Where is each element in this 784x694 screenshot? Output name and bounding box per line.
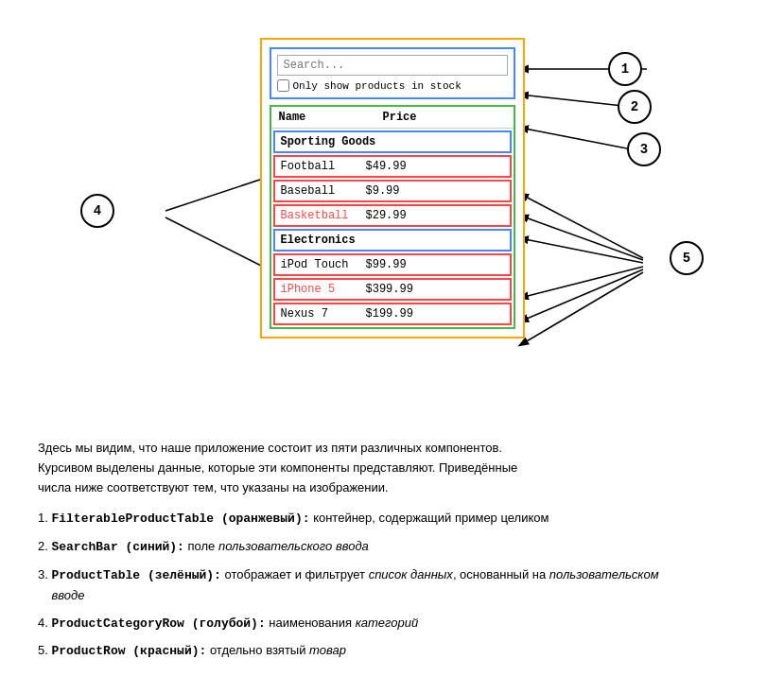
product-table: Name Price Sporting Goods Football $49.9… — [270, 105, 515, 329]
in-stock-checkbox[interactable] — [277, 79, 289, 92]
svg-line-4 — [166, 217, 274, 272]
circle-1: 1 — [608, 52, 642, 86]
code-3: ProductTable (зелёный): — [51, 568, 220, 582]
description: Здесь мы видим, что наше приложение сост… — [19, 439, 765, 662]
code-1: FilterableProductTable (оранжевый): — [51, 512, 309, 526]
svg-line-2 — [520, 128, 632, 149]
svg-line-8 — [520, 267, 643, 298]
list-item-3: 3. ProductTable (зелёный): отображает и … — [38, 565, 746, 606]
circle-5: 5 — [670, 241, 704, 275]
italic-3a: список данных — [369, 567, 453, 581]
product-row-ipod: iPod Touch $99.99 — [273, 253, 512, 276]
svg-line-6 — [520, 216, 643, 260]
code-4: ProductCategoryRow (голубой): — [51, 616, 265, 631]
svg-line-5 — [520, 194, 643, 258]
italic-4: категорий — [356, 616, 419, 630]
header-name: Name — [279, 111, 364, 124]
svg-line-7 — [520, 238, 643, 263]
svg-line-10 — [520, 272, 643, 345]
list-item-5: 5. ProductRow (красный): отдельно взятый… — [38, 641, 746, 662]
product-row-basketball: Basketball $29.99 — [273, 204, 512, 227]
code-2: SearchBar (синий): — [51, 540, 183, 554]
intro-text: Здесь мы видим, что наше приложение сост… — [38, 439, 746, 497]
italic-2: пользовательского ввода — [218, 539, 369, 553]
filterable-product-table: Only show products in stock Name Price S… — [260, 38, 525, 338]
svg-line-3 — [166, 175, 274, 211]
circle-3: 3 — [627, 132, 661, 166]
table-header: Name Price — [271, 107, 514, 129]
checkbox-label: Only show products in stock — [293, 80, 462, 92]
circle-4: 4 — [80, 194, 114, 228]
component-list: 1. FilterableProductTable (оранжевый): к… — [38, 509, 746, 662]
category-row-electronics: Electronics — [273, 229, 512, 252]
circle-2: 2 — [618, 90, 652, 124]
category-row-sporting: Sporting Goods — [273, 130, 512, 153]
product-row-football: Football $49.99 — [273, 155, 512, 178]
diagram-area: 1 2 3 4 5 Only show products in stock Na… — [19, 19, 765, 416]
checkbox-row: Only show products in stock — [277, 79, 508, 92]
product-row-nexus: Nexus 7 $199.99 — [273, 303, 512, 325]
search-bar: Only show products in stock — [270, 47, 515, 99]
svg-line-9 — [520, 269, 643, 321]
search-input[interactable] — [277, 55, 508, 76]
list-item-1: 1. FilterableProductTable (оранжевый): к… — [38, 509, 746, 529]
code-5: ProductRow (красный): — [51, 644, 206, 658]
product-row-iphone: iPhone 5 $399.99 — [273, 278, 512, 301]
list-item-2: 2. SearchBar (синий): поле пользовательс… — [38, 537, 746, 558]
product-row-baseball: Baseball $9.99 — [273, 180, 512, 202]
italic-5: товар — [309, 643, 346, 657]
list-item-4: 4. ProductCategoryRow (голубой): наимено… — [38, 614, 746, 634]
header-price: Price — [383, 111, 449, 124]
